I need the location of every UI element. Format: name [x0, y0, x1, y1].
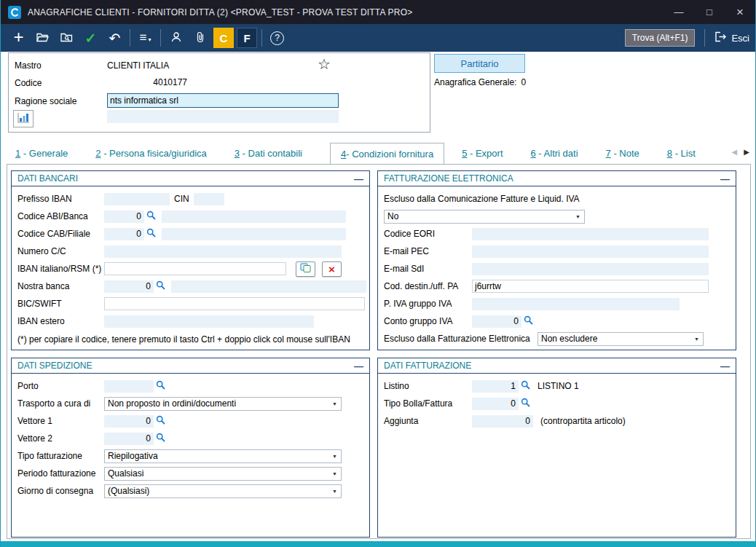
find-button[interactable]: Trova (Alt+F1)	[625, 29, 696, 47]
toolbar-separator	[130, 29, 130, 47]
bic-swift-field[interactable]	[104, 297, 365, 310]
collapse-button[interactable]: —	[720, 173, 730, 184]
tab-condizioni-fornitura[interactable]: 4 - Condizioni fornitura	[330, 143, 444, 164]
new-record-button[interactable]: +	[7, 27, 31, 50]
tipo-bolla-lookup-button[interactable]	[521, 398, 530, 409]
codice-eori-field[interactable]	[472, 228, 709, 240]
attachments-button[interactable]	[188, 27, 212, 50]
abi-lookup-button[interactable]	[146, 210, 156, 222]
minimize-icon[interactable]: —	[664, 0, 694, 24]
field-row: Codice EORI	[378, 225, 736, 243]
escluso-fatturazione-select[interactable]: Non escludere ▼	[538, 332, 704, 346]
tab-generale[interactable]: 1 - Generale	[15, 148, 68, 164]
favorite-star-icon[interactable]: ☆	[318, 55, 331, 73]
giorno-consegna-select[interactable]: (Qualsiasi) ▼	[104, 484, 342, 498]
clear-iban-button[interactable]: ×	[322, 261, 342, 277]
select-value: (Qualsiasi)	[108, 486, 149, 496]
periodo-fatturazione-label: Periodo fatturazione	[17, 468, 104, 479]
help-button[interactable]: ?	[265, 27, 289, 50]
listino-lookup-button[interactable]	[521, 380, 530, 392]
tipo-fatturazione-select[interactable]: Riepilogativa ▼	[104, 449, 342, 463]
iban-italiano-field[interactable]	[104, 262, 286, 275]
chevron-down-icon: ▼	[694, 337, 703, 342]
tab-export[interactable]: 5 - Export	[462, 148, 503, 164]
nostra-banca-input[interactable]: 0	[104, 280, 154, 293]
conto-gruppo-input[interactable]: 0	[472, 315, 521, 328]
close-icon[interactable]: ×	[725, 0, 755, 24]
tab-altri-dati[interactable]: 6 - Altri dati	[531, 148, 578, 164]
search-archive-button[interactable]	[55, 27, 79, 50]
collapse-button[interactable]: —	[354, 361, 363, 371]
porto-field[interactable]	[104, 380, 154, 393]
exit-button[interactable]: Esci	[714, 31, 749, 44]
open-button[interactable]	[31, 27, 55, 50]
porto-lookup-button[interactable]	[156, 380, 165, 392]
field-row: Vettore 2 0	[12, 430, 369, 447]
window-controls: — □ ×	[664, 0, 755, 24]
field-row: Conto gruppo IVA 0	[378, 312, 736, 330]
cab-label: Codice CAB/Filiale	[17, 229, 104, 239]
conto-gruppo-label: Conto gruppo IVA	[384, 316, 472, 326]
aggiunta-input[interactable]: 0	[472, 415, 533, 428]
tab-persona-fisica[interactable]: 2 - Persona fisica/giuridica	[95, 148, 206, 164]
field-row: Listino 1 LISTINO 1	[378, 377, 736, 395]
piva-gruppo-field[interactable]	[472, 298, 680, 310]
prefisso-iban-field[interactable]	[104, 193, 170, 205]
select-value: Non proposto in ordini/documenti	[108, 398, 236, 409]
group-dati-spedizione: DATI SPEDIZIONE — Porto Trasporto a cura…	[11, 358, 370, 538]
collapse-button[interactable]: —	[354, 173, 363, 184]
statistics-button[interactable]	[13, 110, 34, 127]
tab-note[interactable]: 7 - Note	[606, 148, 639, 164]
confirm-button[interactable]: ✓	[79, 27, 103, 50]
vettore2-label: Vettore 2	[17, 433, 104, 444]
clienti-toggle-button[interactable]: C	[213, 28, 234, 48]
field-row: Tipo Bolla/Fattura 0	[378, 395, 736, 412]
email-pec-field[interactable]	[472, 245, 709, 258]
escluso-comunicazione-select[interactable]: No ▼	[384, 210, 585, 224]
fornitori-toggle-button[interactable]: F	[237, 28, 257, 48]
select-value: Qualsiasi	[108, 468, 143, 479]
tab-dati-contabili[interactable]: 3 - Dati contabili	[235, 148, 302, 164]
undo-button[interactable]: ↶	[103, 27, 127, 50]
email-sdi-field[interactable]	[472, 263, 709, 275]
numero-cc-field[interactable]	[104, 245, 342, 258]
tipo-bolla-input[interactable]: 0	[472, 398, 519, 410]
field-row: Giorno di consegna (Qualsiasi) ▼	[12, 482, 369, 500]
contacts-button[interactable]	[164, 27, 188, 50]
ragione-sociale-input[interactable]	[107, 93, 339, 108]
cin-field[interactable]	[194, 193, 224, 205]
abi-input[interactable]: 0	[104, 210, 144, 223]
periodo-fatturazione-select[interactable]: Qualsiasi ▼	[104, 467, 342, 481]
tab-listini[interactable]: 8 - List	[667, 148, 696, 164]
group-header: DATI FATTURAZIONE —	[378, 358, 736, 374]
nostra-banca-lookup-button[interactable]	[156, 280, 165, 292]
conto-gruppo-lookup-button[interactable]	[524, 315, 533, 327]
menu-button[interactable]: ≡ ▾	[133, 27, 157, 50]
tab-scroll-left-icon[interactable]: ◀	[732, 148, 738, 156]
maximize-icon[interactable]: □	[694, 0, 725, 24]
field-row: Codice CAB/Filiale 0	[12, 225, 369, 243]
title-bar: ANAGRAFICHE CLIENTI - FORNITORI DITTA (2…	[1, 0, 755, 24]
copy-iban-button[interactable]	[296, 261, 315, 277]
vettore2-input[interactable]: 0	[104, 433, 154, 445]
iban-estero-field[interactable]	[104, 315, 314, 328]
horizontal-scrollbar[interactable]	[1, 541, 755, 547]
app-window: ANAGRAFICHE CLIENTI - FORNITORI DITTA (2…	[0, 0, 756, 547]
cab-input[interactable]: 0	[104, 228, 144, 240]
ragione-sociale-line2-field[interactable]	[107, 110, 339, 123]
vettore2-lookup-button[interactable]	[156, 433, 165, 444]
listino-input[interactable]: 1	[472, 380, 519, 393]
collapse-button[interactable]: —	[720, 361, 730, 371]
group-title: DATI FATTURAZIONE	[384, 361, 471, 371]
piva-gruppo-label: P. IVA gruppo IVA	[384, 299, 472, 309]
field-row: Aggiunta 0 (contropartita articolo)	[378, 412, 736, 430]
trasporto-select[interactable]: Non proposto in ordini/documenti ▼	[104, 397, 342, 411]
group-title: DATI BANCARI	[17, 173, 78, 184]
select-value: Riepilogativa	[108, 451, 158, 461]
tab-scroll-right-icon[interactable]: ▶	[744, 148, 749, 156]
partitario-button[interactable]: Partitario	[434, 54, 525, 73]
vettore1-lookup-button[interactable]	[156, 415, 165, 427]
cab-lookup-button[interactable]	[146, 228, 156, 240]
vettore1-input[interactable]: 0	[104, 415, 154, 428]
cod-destinatario-input[interactable]: j6urrtw	[472, 280, 709, 293]
